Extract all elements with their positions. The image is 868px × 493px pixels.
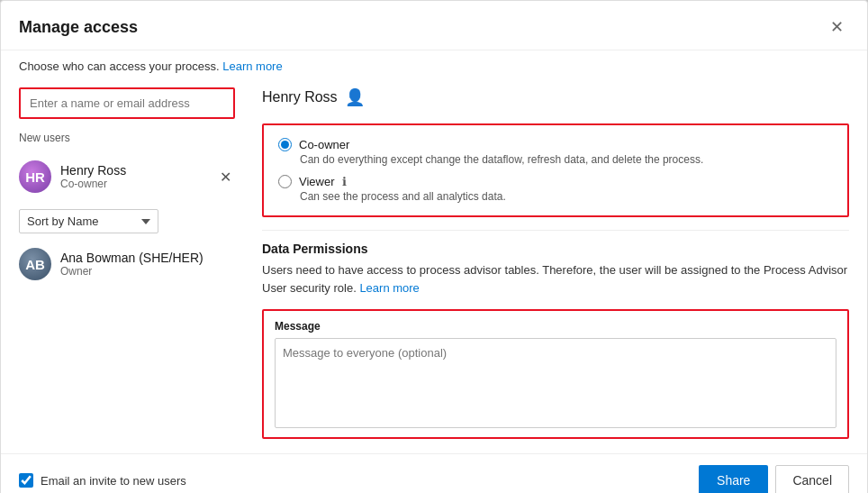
message-textarea[interactable] (275, 338, 836, 428)
data-permissions-learn-more[interactable]: Learn more (359, 281, 419, 295)
list-item: HR Henry Ross Co-owner ✕ (19, 155, 235, 198)
co-owner-option: Co-owner Can do everything except change… (278, 138, 833, 166)
email-invite-label[interactable]: Email an invite to new users (41, 474, 186, 488)
cancel-button[interactable]: Cancel (775, 465, 849, 493)
dialog-title: Manage access (19, 18, 138, 37)
dialog-subtitle: Choose who can access your process. Lear… (1, 50, 867, 78)
email-invite-checkbox[interactable] (19, 473, 33, 488)
avatar: HR (19, 160, 51, 193)
sort-dropdown[interactable]: Sort by Name Sort by Role (19, 209, 158, 233)
user-name: Henry Ross (60, 163, 207, 178)
co-owner-desc: Can do everything except change the data… (300, 153, 833, 166)
user-role: Owner (60, 265, 235, 278)
user-icon: 👤 (345, 87, 365, 107)
share-button[interactable]: Share (699, 465, 768, 493)
data-permissions-section: Data Permissions Users need to have acce… (262, 230, 849, 297)
right-panel: Henry Ross 👤 Co-owner Can do everything … (262, 87, 849, 439)
data-permissions-text: Users need to have access to process adv… (262, 261, 849, 297)
dialog-footer: Email an invite to new users Share Cance… (1, 453, 867, 493)
footer-buttons: Share Cancel (699, 465, 849, 493)
manage-access-dialog: Manage access ✕ Choose who can access yo… (0, 0, 868, 493)
user-role: Co-owner (60, 178, 207, 190)
data-permissions-title: Data Permissions (262, 242, 849, 256)
new-users-label: New users (19, 132, 235, 144)
viewer-radio[interactable] (278, 175, 292, 188)
dialog-body: New users HR Henry Ross Co-owner ✕ Sort … (1, 78, 867, 453)
viewer-label[interactable]: Viewer ℹ (278, 175, 833, 188)
co-owner-radio[interactable] (278, 138, 292, 151)
viewer-desc: Can see the process and all analytics da… (300, 190, 833, 203)
info-icon[interactable]: ℹ (342, 175, 347, 188)
selected-user-name: Henry Ross (262, 89, 338, 105)
message-section: Message (262, 309, 849, 439)
avatar: AB (19, 248, 51, 280)
sort-dropdown-wrapper: Sort by Name Sort by Role (19, 209, 235, 233)
selected-user-header: Henry Ross 👤 (262, 87, 849, 107)
user-info: Ana Bowman (SHE/HER) Owner (60, 251, 235, 278)
email-invite-wrapper: Email an invite to new users (19, 473, 690, 488)
permissions-box: Co-owner Can do everything except change… (262, 123, 849, 217)
close-button[interactable]: ✕ (825, 15, 849, 39)
message-label: Message (275, 320, 836, 333)
list-item: AB Ana Bowman (SHE/HER) Owner (19, 242, 235, 286)
search-input[interactable] (21, 89, 233, 117)
user-name: Ana Bowman (SHE/HER) (60, 251, 235, 265)
dialog-header: Manage access ✕ (1, 1, 867, 50)
viewer-option: Viewer ℹ Can see the process and all ana… (278, 175, 833, 203)
user-info: Henry Ross Co-owner (60, 163, 207, 190)
left-panel: New users HR Henry Ross Co-owner ✕ Sort … (19, 87, 235, 439)
co-owner-label[interactable]: Co-owner (278, 138, 833, 151)
search-input-wrapper (19, 87, 235, 119)
learn-more-link[interactable]: Learn more (222, 59, 282, 73)
remove-user-button[interactable]: ✕ (216, 167, 235, 187)
message-box: Message (262, 309, 849, 439)
